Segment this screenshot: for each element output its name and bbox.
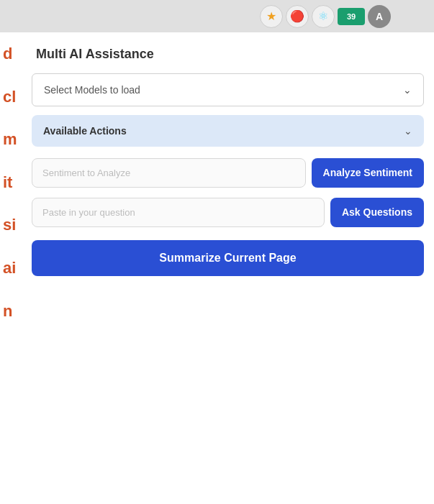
left-char: d	[3, 40, 19, 68]
user-avatar[interactable]: A	[368, 5, 391, 28]
sentiment-row: Analyze Sentiment	[32, 158, 424, 188]
left-text-area: d cl m it si ai n	[0, 32, 22, 504]
summarize-button[interactable]: Summarize Current Page	[32, 240, 424, 276]
question-input[interactable]	[32, 198, 325, 227]
analyze-sentiment-button[interactable]: Analyze Sentiment	[312, 158, 424, 188]
available-actions-label: Available Actions	[43, 125, 127, 137]
chevron-down-icon: ⌄	[404, 125, 412, 137]
badge-count: 39	[347, 12, 356, 21]
react-icon[interactable]: ⚛	[312, 5, 335, 28]
left-char: n	[3, 297, 19, 326]
panel-title: Multi AI Assistance	[36, 47, 154, 61]
ask-questions-button[interactable]: Ask Questions	[330, 198, 424, 227]
left-char: si	[3, 211, 19, 239]
sentiment-input[interactable]	[32, 158, 306, 188]
question-row: Ask Questions	[32, 198, 424, 227]
dropdown-label: Select Models to load	[44, 84, 140, 96]
left-char: it	[3, 168, 19, 197]
extension-badge[interactable]: 39	[338, 8, 365, 25]
panel-header: Multi AI Assistance	[22, 32, 434, 73]
left-char: cl	[3, 83, 19, 111]
bookmark-icon[interactable]: ★	[260, 5, 283, 28]
browser-toolbar: ★ 🔴 ⚛ 39 A	[0, 0, 434, 32]
main-panel: Multi AI Assistance Select Models to loa…	[22, 32, 434, 504]
chevron-down-icon: ⌄	[403, 84, 412, 96]
page-content: d cl m it si ai n Multi AI Assistance Se…	[0, 32, 434, 504]
available-actions-section[interactable]: Available Actions ⌄	[32, 115, 424, 147]
left-char: m	[3, 125, 19, 154]
stop-icon[interactable]: 🔴	[286, 5, 309, 28]
left-char: ai	[3, 254, 19, 283]
select-models-dropdown[interactable]: Select Models to load ⌄	[32, 73, 424, 106]
